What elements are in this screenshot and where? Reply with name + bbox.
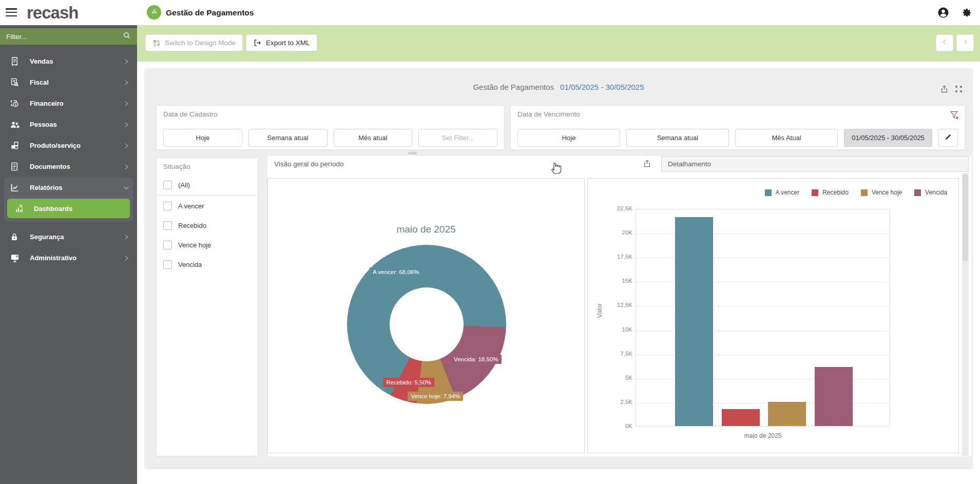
chart-share-icon[interactable] [643, 159, 652, 168]
y-tick-label: 2,5K [600, 399, 632, 405]
sidebar-item-label: Produto/serviço [30, 142, 81, 149]
sidebar-item-administrativo[interactable]: Administrativo [0, 247, 137, 268]
nav-forward-button[interactable] [956, 34, 974, 51]
y-tick-label: 17,5K [600, 254, 632, 260]
bar-vence-hoje[interactable] [768, 402, 806, 426]
legend-label: Recebido [822, 189, 849, 196]
tab-visao-geral[interactable]: Visão geral do período [274, 156, 344, 172]
checkbox-label: Vence hoje [178, 241, 211, 249]
checkbox[interactable] [163, 221, 172, 230]
filter-button-hoje[interactable]: Hoje [517, 129, 620, 147]
y-tick-label: 12,5K [600, 302, 632, 308]
situacao-option-recebido[interactable]: Recebido [157, 216, 258, 235]
chevron-right-icon [123, 142, 130, 149]
design-mode-label: Switch to Design Mode [165, 39, 236, 47]
admin-icon [10, 253, 21, 263]
selected-date-range-chip[interactable]: 01/05/2025 - 30/05/2025 [844, 129, 932, 147]
data-vencimento-title: Data de Vencimento [517, 110, 580, 118]
checkbox[interactable] [163, 260, 172, 269]
user-account-icon[interactable] [937, 7, 949, 18]
legend-item-recebido[interactable]: Recebido [812, 189, 849, 196]
resize-grip[interactable] [408, 152, 417, 154]
situacao-option-vencida[interactable]: Vencida [157, 255, 258, 274]
situacao-option-vence-hoje[interactable]: Vence hoje [157, 235, 258, 255]
gridline [636, 258, 890, 258]
checkbox[interactable] [163, 181, 172, 189]
sidebar-item-seguranca[interactable]: Segurança [0, 226, 137, 247]
svg-text:$: $ [14, 102, 17, 107]
filter-button-semana-atual[interactable]: Semana atual [626, 129, 729, 147]
tab-detalhamento[interactable]: Detalhamento [661, 156, 969, 172]
people-icon [10, 119, 21, 130]
chevron-right-icon [123, 255, 130, 262]
clear-filter-icon[interactable] [949, 110, 959, 120]
sidebar-item-produtoservico[interactable]: Produto/serviço [0, 135, 137, 156]
filter-button-mes-atual[interactable]: Mês atual [334, 129, 413, 147]
gridline [636, 282, 890, 282]
dashboard-title: Gestão de Pagamentos [473, 83, 554, 91]
bar-a-vencer[interactable] [675, 217, 713, 426]
sidebar-item-pessoas[interactable]: Pessoas [0, 114, 137, 135]
filter-input[interactable] [6, 33, 123, 41]
legend-swatch [765, 189, 772, 196]
hamburger-menu-icon[interactable] [6, 8, 17, 17]
data-vencimento-buttons: HojeSemana atualMês Atual01/05/2025 - 30… [517, 129, 958, 147]
export-xml-button[interactable]: Export to XML [246, 34, 317, 51]
sidebar-item-relatorios[interactable]: Relatórios [0, 177, 137, 198]
y-tick-label: 20K [600, 229, 632, 236]
filter-button-hoje[interactable]: Hoje [163, 129, 242, 147]
y-tick-label: 7,5K [600, 351, 632, 357]
gridline [636, 331, 890, 331]
sidebar-item-label: Fiscal [30, 79, 49, 86]
sidebar-item-documentos[interactable]: Documentos [0, 156, 137, 177]
situacao-option-all[interactable]: (All) [157, 175, 258, 195]
situacao-option-a-vencer[interactable]: A vencer [157, 196, 258, 216]
bar-vencida[interactable] [815, 367, 853, 426]
legend-item-vence-hoje[interactable]: Vence hoje [861, 189, 902, 196]
checkbox-label: (All) [178, 181, 190, 189]
legend-item-vencida[interactable]: Vencida [914, 189, 947, 196]
vertical-scrollbar[interactable] [962, 173, 969, 456]
sidebar-item-dashboards[interactable]: Dashboards [7, 199, 130, 218]
legend-label: Vencida [925, 189, 947, 196]
checkbox-label: A vencer [178, 202, 204, 210]
app-logo: recash [27, 0, 78, 25]
nav-back-button[interactable] [936, 34, 953, 51]
filter-button-set-filter[interactable]: Set Filter... [418, 129, 497, 147]
bar-recebido[interactable] [722, 409, 760, 426]
checkbox[interactable] [163, 202, 172, 210]
app-window: recash Gestão de Pagamentos VendasFiscal… [0, 0, 980, 484]
chevron-right-icon [123, 58, 130, 65]
switch-design-mode-button[interactable]: Switch to Design Mode [145, 34, 243, 51]
pencil-icon [944, 133, 952, 143]
situacao-panel: Situação (All)A vencerRecebidoVence hoje… [156, 158, 258, 456]
checkbox-label: Vencida [178, 261, 202, 268]
gridline [636, 355, 890, 355]
export-icon [253, 38, 262, 47]
situacao-options: (All)A vencerRecebidoVence hojeVencida [157, 175, 258, 274]
documents-icon [10, 161, 21, 172]
sidebar-item-label: Administrativo [30, 254, 76, 262]
y-tick-label: 5K [600, 375, 632, 381]
search-icon[interactable] [123, 31, 131, 42]
sidebar-item-fiscal[interactable]: Fiscal [0, 72, 137, 93]
edit-date-range-button[interactable] [938, 129, 958, 147]
sidebar-item-label: Vendas [30, 57, 53, 65]
fullscreen-icon[interactable] [954, 85, 964, 94]
donut-label-a-vencer: A vencer: 68,06% [370, 267, 422, 277]
chevron-right-icon [123, 79, 130, 86]
sidebar-item-vendas[interactable]: Vendas [0, 51, 137, 72]
bar-chart-legend: A vencerRecebidoVence hojeVencida [765, 189, 948, 196]
sidebar-item-label: Financeiro [30, 100, 64, 107]
settings-gear-icon[interactable] [960, 7, 972, 18]
share-export-icon[interactable] [940, 85, 949, 94]
dashboard-date-range[interactable]: 01/05/2025 - 30/05/2025 [560, 83, 644, 91]
legend-swatch [812, 189, 818, 196]
filter-button-mes-atual[interactable]: Mês Atual [735, 129, 838, 147]
sidebar-item-financeiro[interactable]: $Financeiro [0, 93, 137, 114]
dashboards-icon [14, 203, 25, 214]
legend-item-a-vencer[interactable]: A vencer [765, 189, 800, 196]
checkbox[interactable] [163, 241, 172, 249]
scrollbar-thumb[interactable] [963, 174, 968, 261]
filter-button-semana-atual[interactable]: Semana atual [248, 129, 328, 147]
